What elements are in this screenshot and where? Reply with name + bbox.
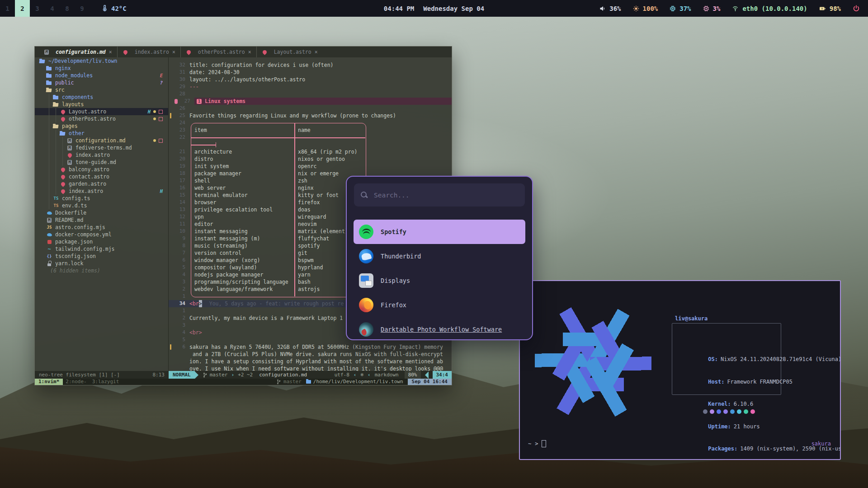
- network-module[interactable]: eth0 (10.0.0.140): [732, 5, 807, 12]
- tree-item-icon: [46, 87, 52, 93]
- tree-item[interactable]: fediverse-terms.md: [35, 144, 168, 151]
- prompt-path: ~: [528, 440, 531, 448]
- battery-module[interactable]: 98%: [819, 5, 841, 12]
- desktop: 123489 42°C 04:44 PM Wednesday Sep 04 36…: [0, 0, 868, 488]
- launcher-search[interactable]: [354, 183, 525, 206]
- workspace-button[interactable]: 3: [30, 0, 45, 17]
- fetch-info-line: Host:Framework FRANMDCP05: [675, 371, 841, 393]
- tree-item[interactable]: contact.astro: [35, 173, 168, 180]
- tmux-session-tab[interactable]: 2:node-: [63, 379, 89, 385]
- workspace-button[interactable]: 1: [0, 0, 15, 17]
- tree-item-icon: [46, 253, 52, 259]
- buffer-tab-label: index.astro: [135, 48, 169, 56]
- close-icon[interactable]: ×: [248, 48, 251, 56]
- modified-dot-icon: [153, 117, 156, 120]
- tree-item[interactable]: configuration.md: [35, 137, 168, 144]
- git-branch: master: [203, 371, 228, 379]
- tree-item[interactable]: otherPost.astro: [35, 115, 168, 122]
- tree-item[interactable]: docker-compose.yml: [35, 231, 168, 238]
- launcher-item[interactable]: Darktable Photo Workflow Software: [354, 317, 525, 340]
- table-cell-item: distro: [194, 155, 294, 163]
- frontmatter-block: 32title: configuration for devices i use…: [169, 61, 452, 98]
- tree-item[interactable]: tsconfig.json: [35, 253, 168, 260]
- tree-item[interactable]: node_modules E: [35, 72, 168, 79]
- tree-item[interactable]: yarn.lock: [35, 260, 168, 267]
- volume-module[interactable]: 36%: [599, 5, 621, 12]
- editor-line: 31date: 2024-08-30: [169, 69, 452, 76]
- prompt-chevron: >: [535, 440, 538, 448]
- tree-item[interactable]: index.astro: [35, 151, 168, 159]
- tree-item[interactable]: balcony.astro: [35, 166, 168, 173]
- close-icon[interactable]: ×: [315, 48, 318, 56]
- power-icon: [853, 5, 860, 12]
- gpu-module[interactable]: 3%: [703, 5, 721, 12]
- status-bar: 123489 42°C 04:44 PM Wednesday Sep 04 36…: [0, 0, 868, 17]
- tree-item-icon: [46, 224, 52, 230]
- fetch-info-value: 6.10.6: [734, 401, 753, 407]
- tree-item[interactable]: tailwind.config.mjs: [35, 245, 168, 253]
- buffer-tab[interactable]: index.astro ×: [117, 47, 180, 57]
- tree-item[interactable]: components: [35, 94, 168, 101]
- tree-item-icon: [66, 145, 73, 151]
- tree-item[interactable]: package.json: [35, 238, 168, 245]
- brightness-module[interactable]: 100%: [633, 5, 658, 12]
- cpu-module[interactable]: 37%: [670, 5, 691, 12]
- tree-item[interactable]: Layout.astro H: [35, 108, 168, 115]
- workspace-button[interactable]: 4: [45, 0, 60, 17]
- tree-item-icon: [46, 231, 52, 238]
- editor-line: 28: [169, 90, 452, 98]
- shell-prompt[interactable]: ~ >: [528, 440, 546, 448]
- table-row: 19 init system openrc: [169, 163, 452, 170]
- table-cell-name: wireguard: [298, 213, 326, 221]
- table-row: 20 distro nixos or gentoo: [169, 155, 452, 163]
- launcher-item[interactable]: Spotify: [354, 220, 525, 244]
- launcher-results: Spotify Thunderbird Displays Firefox Dar…: [347, 220, 532, 340]
- close-icon[interactable]: ×: [172, 48, 175, 56]
- buffer-tab[interactable]: configuration.md ×: [38, 47, 117, 57]
- workspace-button[interactable]: 8: [60, 0, 75, 17]
- tree-item[interactable]: tone-guide.md: [35, 159, 168, 166]
- launcher-item[interactable]: Firefox: [354, 293, 525, 317]
- clock-date: Wednesday Sep 04: [423, 5, 484, 12]
- tree-item[interactable]: ~/Development/liv.town: [35, 57, 168, 65]
- staged-square-icon: [159, 117, 163, 121]
- power-button[interactable]: [853, 5, 860, 12]
- launcher-item[interactable]: Displays: [354, 268, 525, 293]
- tree-item[interactable]: nginx: [35, 65, 168, 72]
- tmux-session-tab[interactable]: 1:nvim*: [35, 379, 63, 385]
- workspace-button[interactable]: 9: [75, 0, 90, 17]
- launcher-item[interactable]: Thunderbird: [354, 244, 525, 268]
- search-input[interactable]: [373, 191, 518, 199]
- tree-item[interactable]: pages: [35, 122, 168, 130]
- tree-item[interactable]: config.ts: [35, 195, 168, 202]
- encoding: utf-8: [335, 371, 349, 379]
- battery-icon: [819, 5, 826, 12]
- tree-item[interactable]: astro.config.mjs: [35, 224, 168, 231]
- tree-item[interactable]: (6 hidden items): [35, 267, 168, 274]
- tree-item[interactable]: index.astro H: [35, 188, 168, 195]
- tree-item[interactable]: Dockerfile: [35, 209, 168, 216]
- close-icon[interactable]: ×: [109, 48, 112, 56]
- buffer-tab[interactable]: otherPost.astro ×: [180, 47, 256, 57]
- table-row: 21 architecture x86_64 (rip m2 pro): [169, 148, 452, 155]
- tree-item[interactable]: README.md: [35, 216, 168, 224]
- tmux-session-tab[interactable]: 3:lazygit: [90, 379, 122, 385]
- tree-item[interactable]: garden.astro: [35, 180, 168, 188]
- workspace-button[interactable]: 2: [15, 0, 30, 17]
- tree-item[interactable]: env.d.ts: [35, 202, 168, 209]
- buffer-tab[interactable]: Layout.astro ×: [256, 47, 323, 57]
- tree-item-icon: [46, 239, 52, 245]
- fetch-info-line: Uptime:21 hours: [675, 415, 841, 438]
- table-cell-item: item: [194, 127, 294, 134]
- temperature-module[interactable]: 42°C: [101, 5, 127, 12]
- status-letter: E: [160, 72, 163, 79]
- h1-band: 1 Linux systems: [194, 98, 452, 105]
- tree-item[interactable]: public ?: [35, 79, 168, 86]
- tree-item[interactable]: src: [35, 86, 168, 94]
- tmux-git-branch: master: [277, 378, 302, 385]
- color-dot: [750, 409, 755, 414]
- tree-item[interactable]: layouts: [35, 101, 168, 108]
- tmux-clock: Sep 04 16:44: [408, 379, 452, 385]
- tree-item-badges: [153, 137, 163, 144]
- tree-item[interactable]: other: [35, 130, 168, 137]
